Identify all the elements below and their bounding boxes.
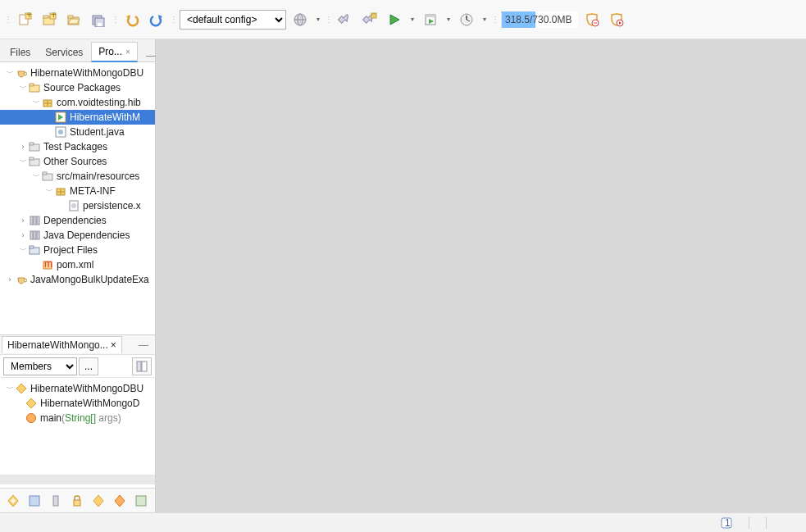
toolbar-grip: ⋮ bbox=[172, 7, 175, 32]
svg-rect-18 bbox=[426, 15, 435, 17]
folder-icon bbox=[28, 81, 41, 94]
close-icon[interactable]: × bbox=[125, 48, 130, 57]
filter-sort-button[interactable] bbox=[110, 491, 130, 511]
caret-closed-icon[interactable]: › bbox=[5, 275, 15, 284]
save-all-button[interactable] bbox=[88, 9, 109, 30]
clean-build-button[interactable] bbox=[359, 9, 380, 30]
package-icon bbox=[41, 96, 54, 109]
minimize-icon[interactable]: — bbox=[132, 339, 155, 351]
tree-label: pom.xml bbox=[57, 259, 93, 271]
tree-project-root[interactable]: ﹀ HibernateWithMongoDBU bbox=[0, 66, 155, 80]
caret-open-icon[interactable]: ﹀ bbox=[5, 384, 15, 393]
svg-rect-54 bbox=[137, 361, 141, 371]
tree-label: Project Files bbox=[43, 244, 98, 256]
tab-services[interactable]: Services bbox=[39, 43, 89, 61]
caret-open-icon[interactable]: ﹀ bbox=[18, 157, 28, 166]
dropdown-icon[interactable]: ▾ bbox=[314, 16, 322, 23]
tab-files[interactable]: Files bbox=[3, 43, 37, 61]
caret-open-icon[interactable]: ﹀ bbox=[31, 98, 41, 107]
tree-metainf[interactable]: ﹀ META-INF bbox=[0, 184, 155, 198]
svg-text:+: + bbox=[51, 12, 57, 20]
filter-fields-button[interactable] bbox=[25, 491, 44, 511]
filter-inherited-button[interactable] bbox=[3, 491, 23, 511]
redo-button[interactable] bbox=[146, 9, 167, 30]
tree-label: Source Packages bbox=[43, 82, 121, 93]
svg-rect-60 bbox=[136, 496, 146, 506]
tree-package[interactable]: ﹀ com.voidtesting.hib bbox=[0, 95, 155, 110]
tree-persistence-xml[interactable]: · persistence.x bbox=[0, 198, 155, 213]
tree-dependencies[interactable]: › Dependencies bbox=[0, 213, 155, 228]
tree-resources[interactable]: ﹀ src/main/resources bbox=[0, 169, 155, 184]
libraries-icon bbox=[28, 229, 41, 242]
navigator-method-main[interactable]: main(String[] args) bbox=[0, 411, 155, 425]
tree-java-dependencies[interactable]: › Java Dependencies bbox=[0, 228, 155, 243]
memory-indicator[interactable]: 318.5/730.0MB bbox=[501, 11, 578, 28]
filter-static-button[interactable] bbox=[46, 491, 66, 511]
svg-text:m: m bbox=[44, 259, 52, 270]
open-project-button[interactable] bbox=[63, 9, 84, 30]
toolbar-grip: ⋮ bbox=[7, 7, 9, 32]
notification-badge[interactable]: 1 bbox=[721, 517, 732, 529]
tree-project-files[interactable]: ﹀ Project Files bbox=[0, 243, 155, 257]
build-button[interactable] bbox=[335, 9, 356, 30]
config-select[interactable]: <default config> bbox=[180, 10, 286, 30]
navigator-class[interactable]: ﹀ HibernateWithMongoDBU bbox=[0, 381, 155, 396]
caret-open-icon[interactable]: ﹀ bbox=[44, 186, 54, 196]
svg-rect-51 bbox=[30, 246, 34, 248]
tree-project-root-2[interactable]: › JavaMongoBulkUpdateExa bbox=[0, 272, 155, 287]
browser-button[interactable] bbox=[289, 9, 311, 30]
caret-open-icon[interactable]: ﹀ bbox=[18, 245, 28, 255]
navigator-label: HibernateWithMongoD bbox=[40, 398, 139, 409]
caret-closed-icon[interactable]: › bbox=[18, 230, 28, 240]
tree-label: Java Dependencies bbox=[43, 230, 130, 241]
navigator-options-button[interactable]: ... bbox=[79, 357, 98, 375]
tree-java-main-selected[interactable]: · HibernateWithM bbox=[0, 110, 155, 125]
dropdown-icon[interactable]: ▾ bbox=[408, 16, 417, 23]
filter-inherited2-button[interactable] bbox=[89, 491, 108, 511]
toolbar-grip: ⋮ bbox=[327, 7, 330, 32]
caret-closed-icon[interactable]: › bbox=[18, 216, 28, 225]
filter-fqn-button[interactable] bbox=[131, 491, 151, 511]
svg-rect-47 bbox=[30, 231, 33, 239]
project-tree: ﹀ HibernateWithMongoDBU ﹀ Source Package… bbox=[0, 62, 155, 334]
sidebar-tabs: Files Services Pro...× — bbox=[0, 39, 155, 62]
tree-java-file[interactable]: · Student.java bbox=[0, 125, 155, 139]
navigator-constructor[interactable]: HibernateWithMongoD bbox=[0, 396, 155, 411]
tree-source-packages[interactable]: ﹀ Source Packages bbox=[0, 80, 155, 95]
run-button[interactable] bbox=[384, 9, 405, 30]
new-project-button[interactable]: + bbox=[39, 9, 60, 30]
svg-rect-4 bbox=[43, 16, 48, 18]
method-icon bbox=[25, 412, 38, 425]
undo-button[interactable] bbox=[121, 9, 143, 30]
close-icon[interactable]: × bbox=[111, 339, 116, 351]
class-icon bbox=[15, 382, 28, 395]
pause-gc-button[interactable] bbox=[581, 9, 603, 30]
libraries-icon bbox=[28, 214, 41, 227]
profile-button[interactable] bbox=[456, 9, 477, 30]
svg-rect-8 bbox=[68, 16, 73, 18]
navigator-members-select[interactable]: Members bbox=[3, 357, 77, 375]
new-file-button[interactable]: + bbox=[14, 9, 35, 30]
dropdown-icon[interactable]: ▾ bbox=[480, 16, 489, 23]
navigator-label: main(String[] args) bbox=[40, 412, 121, 424]
tab-projects[interactable]: Pro...× bbox=[91, 42, 138, 62]
caret-open-icon[interactable]: ﹀ bbox=[31, 171, 41, 181]
toolbar-grip: ⋮ bbox=[114, 7, 116, 32]
svg-rect-34 bbox=[30, 143, 34, 145]
svg-text:1: 1 bbox=[725, 517, 731, 529]
navigator-tab[interactable]: HibernateWithMongo... × bbox=[2, 336, 122, 353]
tree-label: src/main/resources bbox=[57, 171, 139, 182]
resume-gc-button[interactable] bbox=[606, 9, 627, 30]
tree-test-packages[interactable]: › Test Packages bbox=[0, 139, 155, 154]
caret-open-icon[interactable]: ﹀ bbox=[18, 83, 28, 93]
tree-pom-xml[interactable]: · m pom.xml bbox=[0, 257, 155, 272]
editor-area bbox=[156, 39, 806, 512]
caret-open-icon[interactable]: ﹀ bbox=[5, 68, 15, 78]
caret-closed-icon[interactable]: › bbox=[18, 142, 28, 152]
filter-nonpublic-button[interactable] bbox=[67, 491, 87, 511]
svg-rect-57 bbox=[30, 496, 39, 506]
debug-button[interactable] bbox=[420, 9, 441, 30]
dropdown-icon[interactable]: ▾ bbox=[444, 16, 453, 23]
navigator-view-button[interactable] bbox=[132, 357, 152, 375]
tree-other-sources[interactable]: ﹀ Other Sources bbox=[0, 154, 155, 169]
